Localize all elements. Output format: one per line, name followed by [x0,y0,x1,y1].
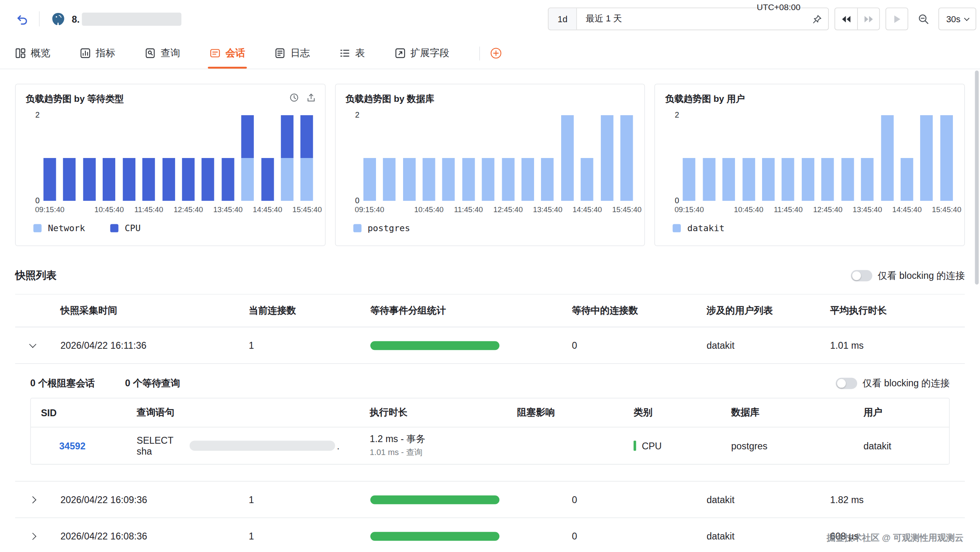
legend-item[interactable]: CPU [110,223,141,233]
legend-item[interactable]: postgres [353,223,410,233]
legend-label: postgres [368,223,410,233]
bar [703,115,715,201]
time-range-value[interactable]: 最近 1 天 [577,13,812,25]
user-list: datakit [684,340,810,350]
scrollbar[interactable] [975,70,978,284]
redacted-instance-name [82,12,181,25]
x-tick-label: 13:45:40 [213,205,243,214]
x-tick-label: 15:45:40 [612,205,642,214]
table-row[interactable]: 2026/04/22 16:11:36 1 0 datakit 1.01 ms [15,327,965,364]
tab-label: 指标 [96,46,115,60]
shift-forward-button[interactable] [858,8,880,29]
table-row[interactable]: 2026/04/22 16:08:36 1 0 datakit 608 µs [15,518,965,552]
chart-actions [289,93,316,103]
chart-title: 负载趋势图 by 等待类型 [26,93,315,105]
bar [522,115,534,201]
blocking-filter: 仅看 blocking 的连接 [851,270,965,282]
col-duration: 执行时长 [340,407,484,419]
bar [802,115,814,201]
bar [482,115,494,201]
zoom-out-icon[interactable] [914,8,933,30]
bar [541,115,554,201]
snapshot-detail-panel: 0 个根阻塞会话 0 个等待查询 仅看 blocking 的连接 SID 查询语… [15,364,965,481]
bar [782,115,794,201]
instance-title: 8. [72,12,181,25]
collapse-row-button[interactable] [15,344,50,347]
bar [241,115,254,201]
waiting-count: 0 [548,531,684,541]
tab-overview[interactable]: 概览 [15,38,50,68]
snapshot-header: 快照列表 仅看 blocking 的连接 [0,246,980,294]
chevron-right-icon [29,533,36,540]
export-icon[interactable] [306,93,316,103]
blocking-toggle[interactable] [851,270,872,281]
table-row[interactable]: 2026/04/22 16:09:36 1 0 datakit 1.82 ms [15,482,965,518]
bar [841,115,854,201]
avg-duration: 1.82 ms [810,494,965,505]
tab-label: 概览 [31,46,50,60]
charts-row: 负载趋势图 by 等待类型 2 0 09:15:4010:45:4011:45:… [0,69,980,246]
chart-card-user: 负载趋势图 by 用户 2 0 09:15:4010:45:4011:45:40… [655,84,965,246]
time-range-preset[interactable]: 1d [549,8,577,29]
y-axis-max: 2 [667,111,679,120]
x-tick-label: 14:45:40 [572,205,602,214]
back-icon[interactable] [15,12,28,25]
col-user: 用户 [831,407,949,419]
x-tick-label: 12:45:40 [493,205,523,214]
legend: datakit [673,223,954,233]
bar [162,115,175,201]
waiting-queries-stat: 0 个等待查询 [125,377,180,390]
snapshot-time: 2026/04/22 16:08:36 [51,531,239,541]
category-label: CPU [642,440,661,451]
blocking-toggle-label: 仅看 blocking 的连接 [878,270,965,282]
top-bar: 8. UTC+08:00 1d 最近 1 天 [0,0,980,38]
legend-label: CPU [125,223,140,233]
snapshot-table-header: 快照采集时间 当前连接数 等待事件分组统计 等待中的连接数 涉及的用户列表 平均… [15,295,965,327]
postgres-logo-icon [51,11,66,27]
wait-event-bar [370,495,499,504]
add-view-button[interactable] [490,47,502,59]
legend-item[interactable]: datakit [673,223,724,233]
tab-session[interactable]: 会话 [210,38,245,68]
legend-item[interactable]: Network [34,223,85,233]
bars-container [43,115,313,201]
plus-circle-icon [490,47,502,59]
tab-extended-fields[interactable]: 扩展字段 [395,38,450,68]
expand-row-button[interactable] [15,497,50,502]
bar [281,115,294,201]
y-axis-max: 2 [27,111,40,120]
expand-row-button[interactable] [15,533,50,538]
bar [142,115,155,201]
waiting-count: 0 [548,340,684,350]
pin-icon[interactable] [812,13,823,24]
user-cell: datakit [831,440,949,451]
x-tick-label: 11:45:40 [134,205,163,214]
bar [403,115,415,201]
tab-logs[interactable]: 日志 [275,38,310,68]
history-icon[interactable] [289,93,299,103]
sid-link[interactable]: 34592 [31,440,125,451]
bar [502,115,514,201]
tab-metrics[interactable]: 指标 [80,38,115,68]
refresh-interval-select[interactable]: 30s [939,8,976,30]
detail-blocking-toggle[interactable] [836,378,857,389]
play-button[interactable] [886,8,908,30]
legend-swatch [353,224,361,232]
chart-plot: 2 0 [683,115,953,201]
logs-icon [275,48,285,58]
legend: NetworkCPU [34,223,315,233]
query-text: SELECT sha . [125,435,340,456]
tab-query[interactable]: 查询 [145,38,180,68]
shift-back-button[interactable] [835,8,858,29]
connection-count: 1 [239,494,359,505]
tab-label: 扩展字段 [410,46,450,60]
x-tick-label: 13:45:40 [533,205,562,214]
bar [43,115,56,201]
bar [222,115,234,201]
snapshot-title: 快照列表 [15,269,57,282]
tab-tables[interactable]: 表 [340,38,365,68]
col-waiting-connections: 等待中的连接数 [548,305,684,317]
toggle-knob [852,271,861,280]
database-cell: postgres [699,440,831,451]
extended-fields-icon [395,48,405,58]
